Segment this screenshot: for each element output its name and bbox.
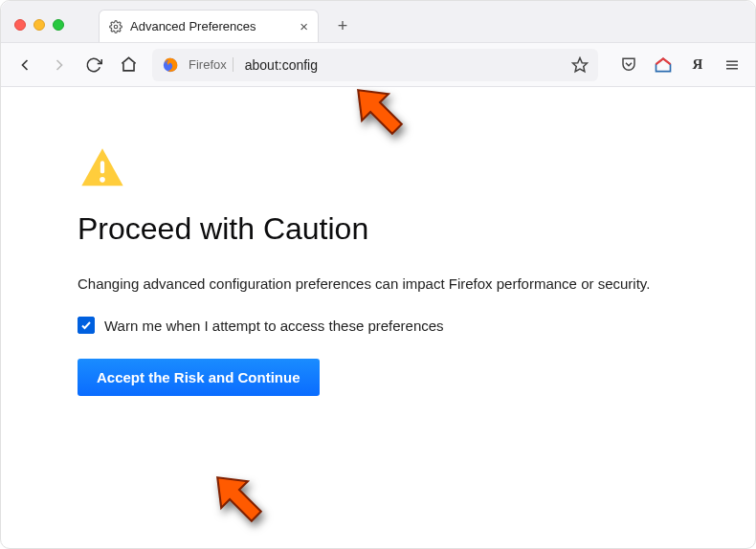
home-button[interactable] bbox=[118, 55, 139, 76]
address-bar[interactable]: Firefox about:config bbox=[152, 49, 598, 81]
annotation-arrow-urlbar bbox=[345, 77, 412, 144]
tab-advanced-preferences[interactable]: Advanced Preferences × bbox=[99, 10, 319, 42]
svg-point-7 bbox=[100, 177, 105, 183]
page-heading: Proceed with Caution bbox=[78, 211, 678, 247]
svg-marker-2 bbox=[573, 57, 588, 71]
window-minimize-button[interactable] bbox=[33, 19, 45, 31]
reload-button[interactable] bbox=[83, 55, 104, 76]
extension-home-icon[interactable] bbox=[654, 55, 673, 75]
window-controls bbox=[9, 19, 70, 42]
gear-icon bbox=[109, 20, 122, 33]
new-tab-button[interactable]: + bbox=[328, 11, 357, 40]
bookmark-star-icon[interactable] bbox=[571, 56, 589, 74]
window-zoom-button[interactable] bbox=[53, 19, 64, 31]
toolbar-right-icons: Я bbox=[619, 55, 742, 75]
back-button[interactable] bbox=[14, 55, 35, 76]
forward-button[interactable] bbox=[49, 55, 70, 76]
warn-checkbox-row[interactable]: Warn me when I attempt to access these p… bbox=[78, 317, 678, 334]
svg-point-0 bbox=[114, 25, 118, 29]
pocket-icon[interactable] bbox=[619, 55, 638, 75]
url-identity-label: Firefox bbox=[189, 57, 233, 72]
titlebar: Advanced Preferences × + bbox=[1, 1, 755, 43]
warning-icon bbox=[78, 144, 678, 194]
url-text: about:config bbox=[243, 57, 318, 73]
warn-checkbox-label: Warn me when I attempt to access these p… bbox=[104, 318, 444, 334]
accept-risk-button[interactable]: Accept the Risk and Continue bbox=[78, 359, 320, 396]
menu-button[interactable] bbox=[723, 55, 742, 75]
warn-checkbox[interactable] bbox=[78, 317, 95, 334]
yandex-icon[interactable]: Я bbox=[688, 55, 707, 75]
svg-rect-6 bbox=[100, 161, 104, 173]
annotation-arrow-button bbox=[205, 465, 272, 532]
window-close-button[interactable] bbox=[14, 19, 26, 31]
firefox-logo-icon bbox=[162, 56, 179, 74]
tab-close-button[interactable]: × bbox=[300, 18, 308, 34]
page-description: Changing advanced configuration preferen… bbox=[78, 274, 678, 294]
tab-title: Advanced Preferences bbox=[130, 19, 256, 33]
